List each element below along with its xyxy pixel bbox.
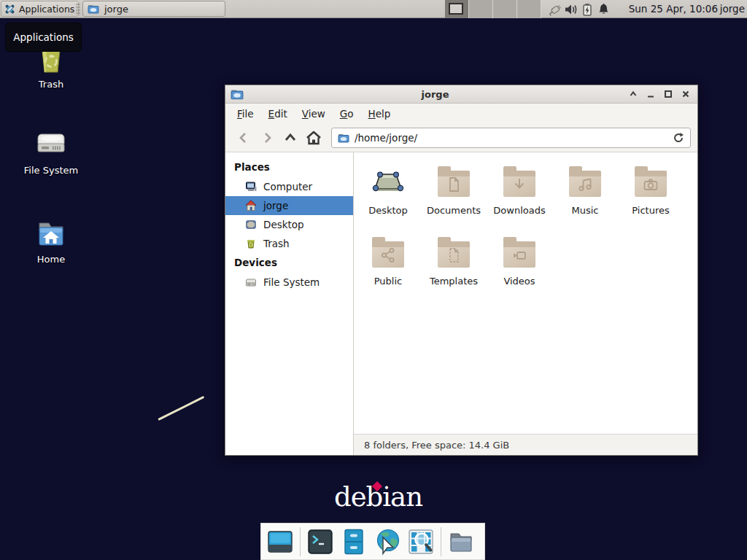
camera-glyph — [642, 176, 659, 193]
documents-folder-icon — [436, 165, 471, 200]
sidebar-item-computer[interactable]: Computer — [225, 177, 353, 196]
volume-icon[interactable] — [563, 4, 579, 15]
pictures-folder-icon — [633, 165, 668, 200]
desktop-icon-label: File System — [16, 165, 86, 176]
status-text: 8 folders, Free space: 14.4 GiB — [364, 440, 509, 451]
desktop-icon-label: Trash — [16, 79, 86, 90]
window-title: jorge — [248, 89, 622, 100]
panel-drag-handle[interactable] — [76, 3, 80, 15]
templates-folder-icon — [436, 236, 471, 271]
file-item-label: Documents — [427, 205, 481, 216]
taskbar-window-label: jorge — [104, 4, 128, 15]
file-item-downloads[interactable]: Downloads — [487, 160, 552, 230]
file-item-label: Desktop — [368, 205, 408, 216]
back-button[interactable] — [232, 127, 255, 149]
wallpaper-artifact-line — [158, 396, 204, 421]
show-desktop-icon[interactable] — [266, 528, 294, 556]
computer-icon — [245, 181, 257, 192]
tooltip-text: Applications — [13, 31, 73, 43]
web-browser-icon[interactable] — [374, 528, 401, 556]
panel-clock[interactable]: Sun 25 Apr, 10:06 — [629, 0, 718, 18]
sidebar-item-label: File System — [263, 276, 320, 288]
menu-file[interactable]: File — [231, 106, 260, 122]
power-plug-icon[interactable] — [547, 3, 563, 16]
file-item-label: Pictures — [632, 205, 669, 216]
shade-button[interactable] — [627, 88, 640, 101]
trash-small-icon — [245, 238, 257, 249]
menu-help[interactable]: Help — [363, 106, 397, 122]
desktop-icon-home[interactable]: Home — [16, 214, 86, 265]
music-folder-icon — [568, 165, 603, 200]
file-item-label: Music — [572, 205, 599, 216]
menu-edit[interactable]: Edit — [263, 106, 293, 122]
battery-charging-icon[interactable] — [579, 3, 595, 16]
file-item-documents[interactable]: Documents — [421, 160, 487, 230]
address-bar[interactable]: /home/jorge/ — [331, 128, 691, 148]
menu-go[interactable]: Go — [334, 106, 360, 122]
sidebar-item-filesystem[interactable]: File System — [225, 273, 353, 292]
applications-tooltip: Applications — [5, 23, 82, 52]
forward-button[interactable] — [255, 127, 279, 149]
desktop-icon-filesystem[interactable]: File System — [16, 125, 86, 176]
file-item-music[interactable]: Music — [552, 160, 618, 230]
workspace-4[interactable] — [517, 0, 541, 18]
file-item-label: Downloads — [493, 205, 545, 216]
download-arrow-glyph — [511, 176, 528, 193]
menubar: File Edit View Go Help — [225, 104, 697, 123]
window-body: Places Computer — [225, 152, 697, 455]
file-item-desktop[interactable]: Desktop — [355, 160, 421, 230]
sidebar-item-desktop[interactable]: Desktop — [225, 215, 353, 234]
sidebar: Places Computer — [225, 152, 354, 455]
document-glyph — [445, 176, 462, 193]
up-button[interactable] — [279, 127, 302, 149]
sidebar-item-label: Computer — [263, 181, 312, 192]
public-folder-icon — [371, 236, 406, 271]
applications-menu-button[interactable]: Applications — [1, 1, 79, 17]
sidebar-item-label: jorge — [263, 200, 288, 211]
drive-small-icon — [245, 276, 257, 288]
sidebar-item-jorge[interactable]: jorge — [225, 196, 353, 215]
menu-view[interactable]: View — [296, 106, 331, 122]
workspace-switcher — [445, 0, 541, 18]
home-button[interactable] — [302, 127, 325, 149]
minimize-button[interactable] — [644, 88, 657, 101]
workspace-2[interactable] — [469, 0, 493, 18]
file-grid: Desktop Documents — [354, 152, 697, 434]
directory-icon[interactable] — [447, 528, 475, 556]
desktop-icon-label: Home — [16, 254, 86, 265]
desktop-special-icon — [371, 165, 406, 200]
dock-separator — [441, 527, 441, 556]
application-finder-icon[interactable] — [407, 528, 435, 556]
sidebar-item-label: Desktop — [263, 219, 304, 230]
file-view-pane: Desktop Documents — [354, 152, 697, 455]
file-item-videos[interactable]: Videos — [487, 230, 552, 301]
debian-logo: debian — [334, 481, 422, 513]
maximize-button[interactable] — [662, 88, 675, 101]
statusbar: 8 folders, Free space: 14.4 GiB — [354, 434, 697, 455]
sidebar-item-label: Trash — [263, 238, 290, 249]
terminal-icon[interactable] — [306, 528, 334, 556]
window-folder-icon — [231, 88, 244, 101]
close-button[interactable] — [679, 88, 692, 101]
file-item-public[interactable]: Public — [355, 230, 421, 301]
file-item-templates[interactable]: Templates — [421, 230, 487, 301]
dock — [260, 523, 485, 560]
workspace-1[interactable] — [445, 0, 469, 18]
notifications-bell-icon[interactable] — [595, 3, 611, 15]
sidebar-item-trash[interactable]: Trash — [225, 234, 353, 253]
file-item-label: Videos — [503, 276, 535, 287]
file-item-pictures[interactable]: Pictures — [618, 160, 684, 230]
filesystem-drive-icon — [34, 125, 69, 160]
file-manager-cabinet-icon[interactable] — [340, 528, 368, 556]
titlebar[interactable]: jorge — [225, 85, 697, 104]
panel-user-button[interactable]: jorge — [720, 0, 745, 18]
desktop-place-icon — [245, 219, 257, 230]
reload-icon[interactable] — [673, 132, 684, 144]
music-notes-glyph — [576, 176, 594, 193]
taskbar-window-button[interactable]: jorge — [82, 1, 225, 17]
dock-separator — [300, 527, 301, 556]
workspace-3[interactable] — [493, 0, 517, 18]
user-home-icon — [245, 200, 257, 211]
address-input[interactable]: /home/jorge/ — [355, 132, 667, 144]
file-item-label: Templates — [430, 276, 478, 287]
